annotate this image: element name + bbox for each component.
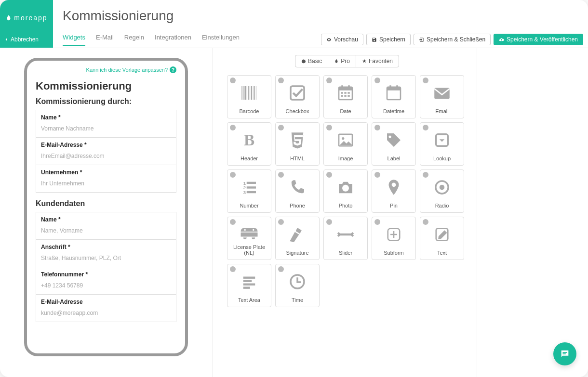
info-icon[interactable] — [278, 266, 284, 272]
widget-label: Barcode — [240, 108, 259, 114]
widget-email[interactable]: Email — [420, 75, 464, 118]
chat-fab[interactable] — [553, 342, 576, 365]
form-field[interactable]: Name *Vorname Nachname — [36, 110, 176, 138]
widget-signature[interactable]: Signature — [275, 217, 320, 260]
widget-radio[interactable]: Radio — [420, 169, 464, 213]
info-icon[interactable] — [230, 266, 236, 272]
widget-slider[interactable]: Slider — [323, 217, 368, 260]
widget-label: Checkbox — [286, 108, 309, 114]
widget-label[interactable]: Label — [372, 122, 416, 166]
widget-time[interactable]: Time — [275, 264, 320, 307]
info-icon[interactable] — [423, 125, 428, 130]
form-field[interactable]: E-Mail-Adressekunde@moreapp.com — [36, 295, 176, 322]
tab-integrations[interactable]: Integrationen — [155, 34, 191, 46]
label-icon — [384, 125, 404, 156]
widget-barcode[interactable]: Barcode — [227, 75, 271, 118]
svg-point-36 — [344, 186, 348, 190]
widget-label: Radio — [435, 203, 449, 208]
info-icon[interactable] — [278, 78, 284, 83]
number-icon: 123 — [239, 172, 259, 203]
widget-text[interactable]: Text — [420, 217, 464, 260]
form-field[interactable]: Anschrift *Straße, Hausnummer, PLZ, Ort — [36, 240, 176, 267]
widget-label: Phone — [290, 203, 305, 208]
widget-checkbox[interactable]: Checkbox — [275, 75, 320, 118]
text-icon — [432, 219, 452, 250]
form-field[interactable]: Unternehmen *Ihr Unternehmen — [36, 165, 176, 193]
info-icon[interactable] — [374, 219, 380, 225]
info-icon[interactable] — [423, 172, 428, 178]
main-area: Kann ich diese Vorlage anpassen? ? Kommi… — [0, 48, 588, 377]
info-icon[interactable] — [326, 172, 332, 178]
tab-email[interactable]: E-Mail — [96, 34, 114, 46]
widget-datetime[interactable]: Datetime — [372, 75, 416, 118]
info-icon[interactable] — [374, 125, 380, 130]
category-tab-basic[interactable]: Basic — [295, 55, 328, 67]
save-publish-button[interactable]: Speichern & Veröffentlichen — [494, 34, 583, 45]
html-icon — [287, 125, 307, 156]
tab-settings[interactable]: Einstellungen — [202, 34, 240, 46]
widget-lookup[interactable]: Lookup — [420, 122, 464, 166]
brand-panel: moreapp Abbrechen — [0, 0, 53, 48]
help-link[interactable]: Kann ich diese Vorlage anpassen? ? — [36, 66, 176, 73]
widget-label: Image — [338, 156, 353, 161]
svg-point-38 — [440, 185, 445, 190]
form-field[interactable]: Telefonnummer *+49 1234 56789 — [36, 267, 176, 295]
svg-rect-13 — [341, 85, 343, 89]
section-title-2: Kundendaten — [36, 199, 176, 208]
svg-text:B: B — [244, 130, 254, 148]
widget-label: Subform — [384, 250, 404, 256]
puzzle-icon — [301, 59, 306, 64]
info-icon[interactable] — [326, 125, 332, 130]
svg-rect-9 — [256, 86, 256, 100]
form-field[interactable]: E-Mail-Adresse *IhreEmail@adresse.com — [36, 138, 176, 165]
save-close-button[interactable]: Speichern & Schließen — [414, 34, 491, 45]
widget-image[interactable]: Image — [323, 122, 368, 166]
widget-license-plate[interactable]: License Plate (NL) — [227, 217, 271, 260]
info-icon[interactable] — [326, 219, 332, 225]
info-icon[interactable] — [326, 78, 332, 83]
time-icon — [287, 266, 307, 297]
info-icon[interactable] — [278, 125, 284, 130]
svg-rect-6 — [251, 86, 253, 100]
widget-textarea[interactable]: Text Area — [227, 264, 271, 307]
widget-pin[interactable]: Pin — [372, 169, 416, 213]
info-icon[interactable] — [230, 172, 236, 178]
widget-html[interactable]: HTML — [275, 122, 320, 166]
info-icon[interactable] — [374, 78, 380, 83]
svg-rect-49 — [562, 353, 565, 354]
tab-widgets[interactable]: Widgets — [63, 34, 85, 46]
widget-label: Text — [437, 250, 447, 256]
cancel-button[interactable]: Abbrechen — [0, 31, 53, 48]
category-tab-favorites[interactable]: Favoriten — [356, 55, 399, 67]
date-icon — [335, 78, 356, 108]
svg-rect-44 — [243, 280, 252, 282]
info-icon[interactable] — [278, 219, 284, 225]
widget-date[interactable]: Date — [323, 75, 368, 118]
info-icon[interactable] — [374, 172, 380, 178]
device-frame: Kann ich diese Vorlage anpassen? ? Kommi… — [24, 58, 188, 356]
svg-rect-7 — [253, 86, 254, 100]
svg-rect-46 — [243, 286, 250, 288]
info-icon[interactable] — [230, 125, 236, 130]
device-scroll[interactable]: Kann ich diese Vorlage anpassen? ? Kommi… — [27, 61, 185, 353]
svg-rect-5 — [250, 86, 250, 100]
widget-photo[interactable]: Photo — [323, 169, 368, 213]
preview-button[interactable]: Vorschau — [321, 34, 363, 45]
category-tab-pro[interactable]: Pro — [328, 55, 356, 67]
info-icon[interactable] — [423, 78, 428, 83]
widget-number[interactable]: 123Number — [227, 169, 271, 213]
leaf-icon — [5, 13, 12, 22]
info-icon[interactable] — [278, 172, 284, 178]
form-field[interactable]: Name *Name, Vorname — [36, 212, 176, 240]
info-icon[interactable] — [230, 219, 236, 225]
save-button[interactable]: Speichern — [366, 34, 411, 45]
editor-tabs: Widgets E-Mail Regeln Integrationen Eins… — [63, 34, 240, 46]
info-icon[interactable] — [423, 219, 428, 225]
widget-header[interactable]: BHeader — [227, 122, 271, 166]
svg-rect-43 — [243, 276, 255, 278]
info-icon[interactable] — [230, 78, 236, 83]
widget-phone[interactable]: Phone — [275, 169, 320, 213]
widget-subform[interactable]: Subform — [372, 217, 416, 260]
tab-rules[interactable]: Regeln — [124, 34, 144, 46]
brand-logo-area[interactable]: moreapp — [0, 0, 53, 31]
